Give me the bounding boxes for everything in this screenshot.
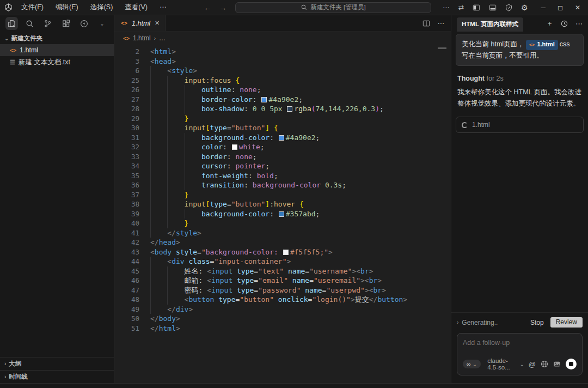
nav-back-icon[interactable]: ← xyxy=(204,3,211,12)
code-line[interactable]: 28box-shadow: 0 0 5px rgba(74,144,226,0.… xyxy=(114,104,451,114)
code-line[interactable]: 35font-weight: bold; xyxy=(114,171,451,181)
image-icon[interactable] xyxy=(553,360,561,368)
code-line[interactable]: 40} xyxy=(114,219,451,228)
code-line[interactable]: 29} xyxy=(114,114,451,124)
breadcrumb[interactable]: <> 1.html › … xyxy=(114,32,451,45)
model-selector[interactable]: claude-4.5-so... ⌄ xyxy=(487,357,524,371)
code-line[interactable]: 44<div class="input-container"> xyxy=(114,257,451,266)
color-swatch[interactable] xyxy=(261,97,267,102)
code-line[interactable]: 34cursor: pointer; xyxy=(114,161,451,171)
history-icon[interactable] xyxy=(561,20,568,27)
tab-1html[interactable]: <> 1.html ✕ xyxy=(114,15,166,31)
code-line[interactable]: 33border: none; xyxy=(114,152,451,162)
code-line[interactable]: 41</style> xyxy=(114,228,451,238)
layout-panel-icon[interactable] xyxy=(489,4,497,11)
input-placeholder: Add a follow-up xyxy=(463,339,577,347)
close-button[interactable]: ✕ xyxy=(575,4,580,11)
chevron-down-icon: ⌄ xyxy=(473,361,477,367)
code-line[interactable]: 46邮箱: <input type="email" name="useremai… xyxy=(114,276,451,286)
breadcrumb-more[interactable]: … xyxy=(159,34,166,42)
code-line[interactable]: 26outline: none; xyxy=(114,85,451,95)
minimize-button[interactable]: ─ xyxy=(541,4,546,11)
code-line[interactable]: 50</body> xyxy=(114,314,451,324)
panel-header-时间线[interactable]: ›时间线 xyxy=(0,370,114,383)
code-line[interactable]: 51</html> xyxy=(114,324,451,334)
layout-sidebar-icon[interactable] xyxy=(473,4,480,11)
ai-chat-panel: HTML 页面内联样式 ＋ ⋯ 美化当前 html页面，<>1.htmlcss … xyxy=(451,15,588,383)
lightning-circle-icon[interactable] xyxy=(78,17,90,30)
at-mention-icon[interactable]: @ xyxy=(529,360,536,368)
code-line[interactable]: 27border-color: #4a90e2; xyxy=(114,95,451,105)
menu-item-2[interactable]: 选择(S) xyxy=(85,1,118,14)
menu-item-4[interactable]: ⋯ xyxy=(155,1,171,14)
breadcrumb-file[interactable]: 1.html xyxy=(133,34,151,42)
thought-summary[interactable]: Thought for 2s xyxy=(457,75,582,82)
color-swatch[interactable] xyxy=(283,250,289,255)
code-line[interactable]: 39background-color: #357abd; xyxy=(114,209,451,219)
code-line[interactable]: 2<html> xyxy=(114,47,451,57)
tab-close-icon[interactable]: ✕ xyxy=(155,20,160,27)
color-swatch[interactable] xyxy=(232,144,237,150)
nav-forward-icon[interactable]: → xyxy=(219,3,226,12)
agent-mode-selector[interactable]: ∞ ⌄ xyxy=(463,360,481,368)
file-item-1.html[interactable]: <>1.html xyxy=(0,44,114,56)
line-number: 47 xyxy=(114,286,139,295)
code-line[interactable]: 6<style> xyxy=(114,66,451,76)
code-line[interactable]: 3<head> xyxy=(114,57,451,66)
color-swatch[interactable] xyxy=(287,106,292,112)
explorer-icon[interactable] xyxy=(5,17,18,30)
code-line[interactable]: 32color: white; xyxy=(114,142,451,152)
code-line[interactable]: 25input:focus { xyxy=(114,76,451,86)
more-actions-icon[interactable]: ⋯ xyxy=(443,3,450,11)
review-button[interactable]: Review xyxy=(550,317,583,328)
file-item-新建 文本文档.txt[interactable]: ☰新建 文本文档.txt xyxy=(0,56,114,68)
code-line[interactable]: 42</head> xyxy=(114,238,451,247)
editor-group: <> 1.html ✕ ⋯ <> 1.html › … 2<htm xyxy=(114,15,451,383)
chevron-down-icon[interactable]: ⌄ xyxy=(96,17,108,30)
panel-label: 大纲 xyxy=(9,360,21,368)
new-chat-icon[interactable]: ＋ xyxy=(546,19,553,28)
search-sidebar-icon[interactable] xyxy=(23,17,36,30)
stop-button[interactable]: Stop xyxy=(530,319,544,326)
chat-more-icon[interactable]: ⋯ xyxy=(575,20,583,28)
command-center[interactable]: 新建文件夹 [管理员] xyxy=(235,2,431,13)
menu-item-0[interactable]: 文件(F) xyxy=(16,1,48,14)
code-line[interactable]: 31background-color: #4a90e2; xyxy=(114,133,451,143)
menu-item-1[interactable]: 编辑(E) xyxy=(51,1,83,14)
user-message: 美化当前 html页面，<>1.htmlcss 写在当前页面，不要引用。 xyxy=(456,34,584,66)
file-edit-progress-card[interactable]: 1.html xyxy=(456,117,584,133)
extensions-icon[interactable] xyxy=(60,17,72,30)
code-line[interactable]: 48<button type="button" onclick="login()… xyxy=(114,295,451,305)
minimap-slider[interactable] xyxy=(438,47,446,49)
code-line[interactable]: 43<body style="background-color: #f5f5f5… xyxy=(114,247,451,257)
source-control-icon[interactable] xyxy=(41,17,54,30)
code-editor[interactable]: 2<html>3<head>6<style>25input:focus {26o… xyxy=(114,45,451,383)
split-editor-icon[interactable] xyxy=(422,20,430,27)
globe-icon[interactable] xyxy=(541,360,548,368)
generating-label: Generating.. xyxy=(462,319,498,326)
menu-item-3[interactable]: 查看(V) xyxy=(120,1,152,14)
folder-root[interactable]: ⌄ 新建文件夹 xyxy=(0,32,114,44)
code-line[interactable]: 47密码: <input type="password" name="userp… xyxy=(114,286,451,295)
follow-up-input[interactable]: Add a follow-up ∞ ⌄ claude-4.5-so... ⌄ @ xyxy=(457,333,583,375)
color-swatch[interactable] xyxy=(279,211,284,217)
code-line[interactable]: 36transition: background-color 0.3s; xyxy=(114,180,451,190)
editor-more-icon[interactable]: ⋯ xyxy=(438,19,445,27)
line-number: 38 xyxy=(114,199,139,209)
sidebar-bottom-panels: ›大纲›时间线 xyxy=(0,357,114,383)
maximize-button[interactable]: ◻ xyxy=(558,4,563,11)
chat-session-tab[interactable]: HTML 页面内联样式 xyxy=(457,17,523,32)
code-line[interactable]: 30input[type="button"] { xyxy=(114,123,451,133)
code-line[interactable]: 45姓名: <input type="text" name="username"… xyxy=(114,266,451,276)
code-line[interactable]: 49</div> xyxy=(114,305,451,314)
swap-arrows-icon[interactable]: ⇄ xyxy=(458,3,463,11)
code-line[interactable]: 38input[type="button"]:hover { xyxy=(114,199,451,209)
file-chip[interactable]: <>1.html xyxy=(526,40,558,50)
color-swatch[interactable] xyxy=(279,135,284,141)
shield-icon[interactable] xyxy=(505,4,512,11)
panel-header-大纲[interactable]: ›大纲 xyxy=(0,357,114,370)
stop-generation-button[interactable] xyxy=(566,359,577,369)
code-line[interactable]: 37} xyxy=(114,190,451,200)
settings-gear-icon[interactable]: ⚙ xyxy=(521,3,528,12)
chevron-right-icon[interactable]: › xyxy=(457,319,458,325)
